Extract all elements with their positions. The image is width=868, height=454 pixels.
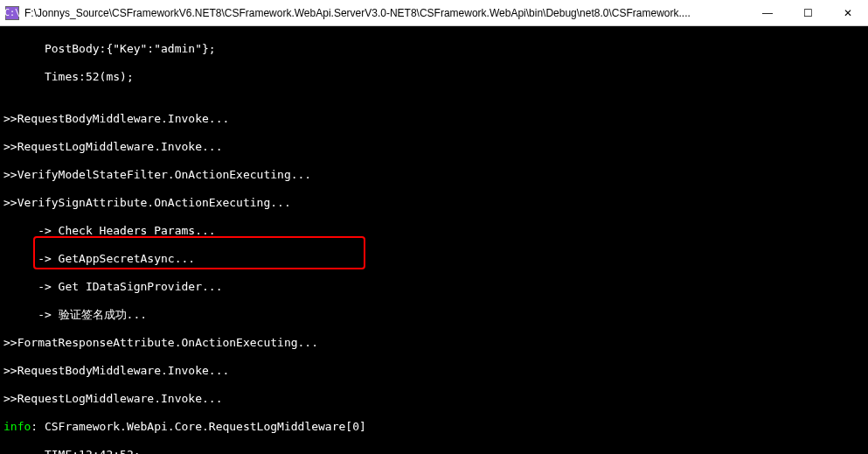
console-text: : CSFramework.WebApi.Core.RequestLogMidd… (31, 420, 366, 433)
console-line: >>RequestBodyMiddleware.Invoke... (3, 112, 865, 126)
console-line: -> 验证签名成功... (3, 308, 865, 322)
log-level-info: info (3, 420, 31, 433)
console-area: PostBody:{"Key":"admin"}; Times:52(ms); … (0, 26, 868, 454)
console-line: >>RequestLogMiddleware.Invoke... (3, 140, 865, 154)
console-line: >>VerifySignAttribute.OnActionExecuting.… (3, 196, 865, 210)
maximize-button[interactable]: ☐ (788, 0, 828, 25)
console-line: >>VerifyModelStateFilter.OnActionExecuti… (3, 168, 865, 182)
console-line: -> Check Headers Params... (3, 224, 865, 238)
window-title: F:\Jonnys_Source\CSFrameworkV6.NET8\CSFr… (24, 7, 747, 19)
console-line: >>FormatResponseAttribute.OnActionExecut… (3, 336, 865, 350)
window-titlebar: C:\ F:\Jonnys_Source\CSFrameworkV6.NET8\… (0, 0, 868, 26)
console-line: -> GetAppSecretAsync... (3, 252, 865, 266)
console-line: >>RequestLogMiddleware.Invoke... (3, 392, 865, 406)
console-line: -> Get IDataSignProvider... (3, 280, 865, 294)
window-controls: — ☐ ✕ (747, 0, 868, 25)
close-button[interactable]: ✕ (828, 0, 868, 25)
minimize-button[interactable]: — (747, 0, 788, 25)
console-line: TIME:12:42:52; (3, 448, 865, 454)
console-line: Times:52(ms); (3, 70, 865, 84)
console-line: info: CSFramework.WebApi.Core.RequestLog… (3, 420, 865, 434)
console-line: PostBody:{"Key":"admin"}; (3, 42, 865, 56)
console-line: >>RequestBodyMiddleware.Invoke... (3, 364, 865, 378)
console-output: PostBody:{"Key":"admin"}; Times:52(ms); … (0, 26, 868, 454)
app-icon: C:\ (5, 6, 19, 20)
